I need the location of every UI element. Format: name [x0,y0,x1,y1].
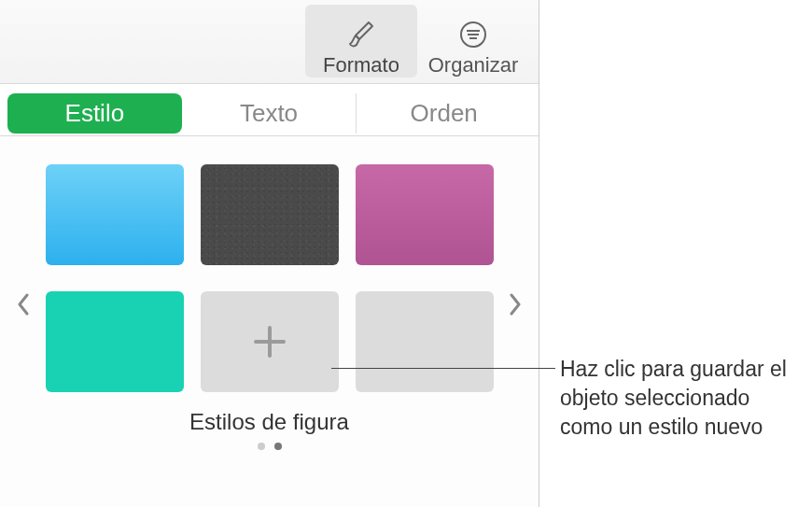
page-dot-2[interactable] [274,443,282,450]
inspector-panel: Formato Organizar Estilo Texto Orden [0,0,539,507]
chevron-right-icon[interactable] [501,290,529,322]
format-button[interactable]: Formato [305,5,417,77]
shape-styles-area: Estilos de figura [0,136,539,459]
paintbrush-icon [345,16,377,53]
add-style-button[interactable] [201,291,339,392]
page-dot-1[interactable] [258,443,265,450]
style-swatch-grid [47,164,492,392]
callout-leader-line [331,368,555,369]
organize-icon [457,16,489,53]
style-swatch-sky-blue[interactable] [46,164,184,265]
tab-text[interactable]: Texto [182,93,357,134]
top-toolbar: Formato Organizar [0,0,539,84]
organize-button[interactable]: Organizar [417,5,529,77]
organize-label: Organizar [428,53,519,77]
style-swatch-empty[interactable] [356,291,494,392]
style-swatch-charcoal-texture[interactable] [201,164,339,265]
format-label: Formato [323,53,399,77]
chevron-left-icon[interactable] [9,290,37,322]
plus-icon [248,320,291,363]
style-swatch-magenta[interactable] [356,164,494,265]
styles-section-title: Estilos de figura [47,409,492,435]
tab-order[interactable]: Orden [357,93,531,134]
tab-style[interactable]: Estilo [7,93,182,134]
callout-text: Haz clic para guardar el objeto seleccio… [560,355,803,442]
pagination-dots [47,443,492,450]
sub-tabs: Estilo Texto Orden [0,84,539,136]
style-swatch-teal[interactable] [46,291,184,392]
